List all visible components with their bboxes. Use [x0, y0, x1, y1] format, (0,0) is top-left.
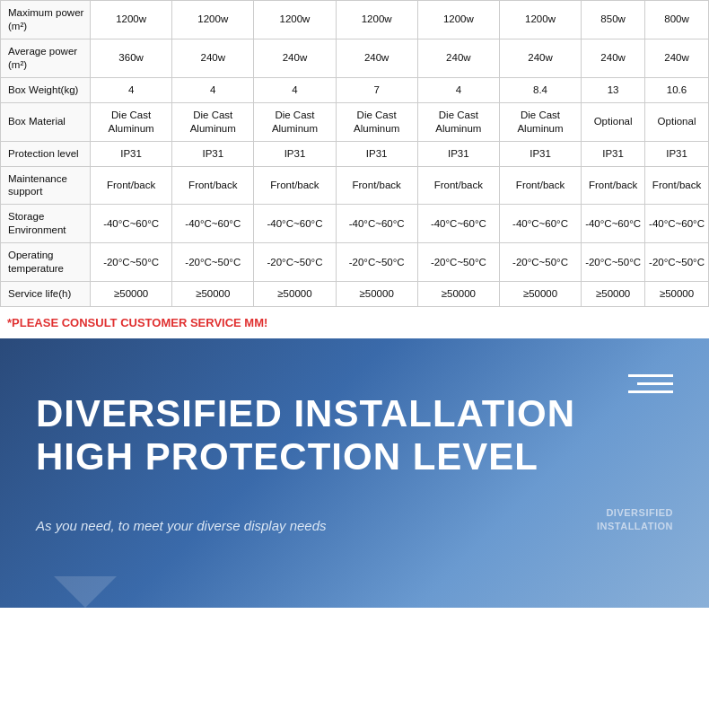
- table-row-label: Maximum power (m²): [1, 1, 91, 39]
- table-cell: 1200w: [91, 1, 172, 39]
- table-row: Maintenance supportFront/backFront/backF…: [1, 166, 709, 205]
- table-cell: 13: [582, 77, 645, 102]
- table-cell: 850w: [582, 1, 645, 39]
- table-cell: 1200w: [499, 1, 581, 39]
- table-cell: -20°C~50°C: [582, 243, 645, 282]
- table-row: Service life(h)≥50000≥50000≥50000≥50000≥…: [1, 282, 709, 307]
- table-row-label: Box Material: [1, 102, 91, 141]
- table-cell: ≥50000: [417, 282, 499, 307]
- table-cell: IP31: [645, 141, 709, 166]
- table-cell: IP31: [582, 141, 645, 166]
- table-cell: IP31: [417, 141, 499, 166]
- spec-table-section: Maximum power (m²)1200w1200w1200w1200w12…: [0, 0, 709, 338]
- table-cell: -20°C~50°C: [645, 243, 709, 282]
- banner-description: As you need, to meet your diverse displa…: [36, 518, 327, 533]
- table-cell: Die Cast Aluminum: [499, 102, 581, 141]
- table-cell: Front/back: [336, 166, 417, 205]
- table-cell: 360w: [91, 39, 172, 77]
- table-cell: Optional: [582, 102, 645, 141]
- table-cell: ≥50000: [582, 282, 645, 307]
- table-cell: 240w: [499, 39, 581, 77]
- table-cell: Die Cast Aluminum: [336, 102, 417, 141]
- table-cell: 240w: [336, 39, 417, 77]
- table-cell: IP31: [254, 141, 336, 166]
- table-cell: 4: [254, 77, 336, 102]
- table-cell: 240w: [582, 39, 645, 77]
- table-cell: -20°C~50°C: [417, 243, 499, 282]
- table-cell: Front/back: [254, 166, 336, 205]
- table-row: Storage Environment-40°C~60°C-40°C~60°C-…: [1, 205, 709, 243]
- table-cell: 10.6: [645, 77, 709, 102]
- table-cell: 7: [336, 77, 417, 102]
- notice-text: *PLEASE CONSULT CUSTOMER SERVICE MM!: [0, 307, 709, 338]
- banner-title-line2: HIGH PROTECTION LEVEL: [36, 435, 538, 478]
- table-row: Protection levelIP31IP31IP31IP31IP31IP31…: [1, 141, 709, 166]
- table-cell: -40°C~60°C: [172, 205, 254, 243]
- table-cell: 4: [417, 77, 499, 102]
- table-cell: -20°C~50°C: [91, 243, 172, 282]
- table-cell: Front/back: [417, 166, 499, 205]
- table-cell: ≥50000: [172, 282, 254, 307]
- banner-title: DIVERSIFIED INSTALLATION HIGH PROTECTION…: [36, 392, 592, 479]
- table-cell: Front/back: [645, 166, 709, 205]
- table-row: Average power (m²)360w240w240w240w240w24…: [1, 39, 709, 77]
- table-cell: 1200w: [254, 1, 336, 39]
- table-row: Operating temperature-20°C~50°C-20°C~50°…: [1, 243, 709, 282]
- table-cell: ≥50000: [499, 282, 581, 307]
- table-cell: ≥50000: [645, 282, 709, 307]
- table-cell: 1200w: [172, 1, 254, 39]
- table-cell: -20°C~50°C: [172, 243, 254, 282]
- table-row-label: Operating temperature: [1, 243, 91, 282]
- table-cell: Die Cast Aluminum: [91, 102, 172, 141]
- table-cell: -40°C~60°C: [417, 205, 499, 243]
- table-row-label: Maintenance support: [1, 166, 91, 205]
- table-cell: Front/back: [172, 166, 254, 205]
- table-cell: Die Cast Aluminum: [417, 102, 499, 141]
- banner-subtitle-row: As you need, to meet your diverse displa…: [36, 506, 673, 534]
- table-cell: -20°C~50°C: [499, 243, 581, 282]
- table-row: Maximum power (m²)1200w1200w1200w1200w12…: [1, 1, 709, 39]
- table-cell: Front/back: [91, 166, 172, 205]
- table-cell: 240w: [254, 39, 336, 77]
- table-cell: IP31: [336, 141, 417, 166]
- table-cell: ≥50000: [336, 282, 417, 307]
- table-cell: -40°C~60°C: [254, 205, 336, 243]
- menu-line-2: [637, 382, 673, 385]
- table-cell: 240w: [645, 39, 709, 77]
- table-row: Box Weight(kg)444748.41310.6: [1, 77, 709, 102]
- table-cell: Die Cast Aluminum: [172, 102, 254, 141]
- menu-line-3: [628, 390, 673, 393]
- hamburger-menu-icon: [628, 374, 673, 393]
- table-cell: Die Cast Aluminum: [254, 102, 336, 141]
- spec-table: Maximum power (m²)1200w1200w1200w1200w12…: [0, 0, 709, 307]
- table-cell: IP31: [91, 141, 172, 166]
- table-cell: -40°C~60°C: [499, 205, 581, 243]
- table-cell: ≥50000: [91, 282, 172, 307]
- table-cell: 1200w: [417, 1, 499, 39]
- banner-section: DIVERSIFIED INSTALLATION HIGH PROTECTION…: [0, 338, 709, 608]
- banner-arrow-decoration: [54, 576, 117, 608]
- banner-title-line1: DIVERSIFIED INSTALLATION: [36, 392, 575, 434]
- table-cell: 4: [91, 77, 172, 102]
- table-row-label: Protection level: [1, 141, 91, 166]
- table-cell: 4: [172, 77, 254, 102]
- table-cell: ≥50000: [254, 282, 336, 307]
- table-cell: 1200w: [336, 1, 417, 39]
- table-cell: -20°C~50°C: [336, 243, 417, 282]
- table-row-label: Service life(h): [1, 282, 91, 307]
- table-cell: IP31: [172, 141, 254, 166]
- table-cell: 240w: [417, 39, 499, 77]
- table-row: Box MaterialDie Cast AluminumDie Cast Al…: [1, 102, 709, 141]
- table-cell: -40°C~60°C: [645, 205, 709, 243]
- table-cell: 8.4: [499, 77, 581, 102]
- table-cell: Optional: [645, 102, 709, 141]
- table-row-label: Storage Environment: [1, 205, 91, 243]
- table-cell: Front/back: [499, 166, 581, 205]
- table-row-label: Average power (m²): [1, 39, 91, 77]
- table-cell: -40°C~60°C: [582, 205, 645, 243]
- table-cell: -20°C~50°C: [254, 243, 336, 282]
- menu-line-1: [628, 374, 673, 377]
- table-cell: 800w: [645, 1, 709, 39]
- table-row-label: Box Weight(kg): [1, 77, 91, 102]
- table-cell: IP31: [499, 141, 581, 166]
